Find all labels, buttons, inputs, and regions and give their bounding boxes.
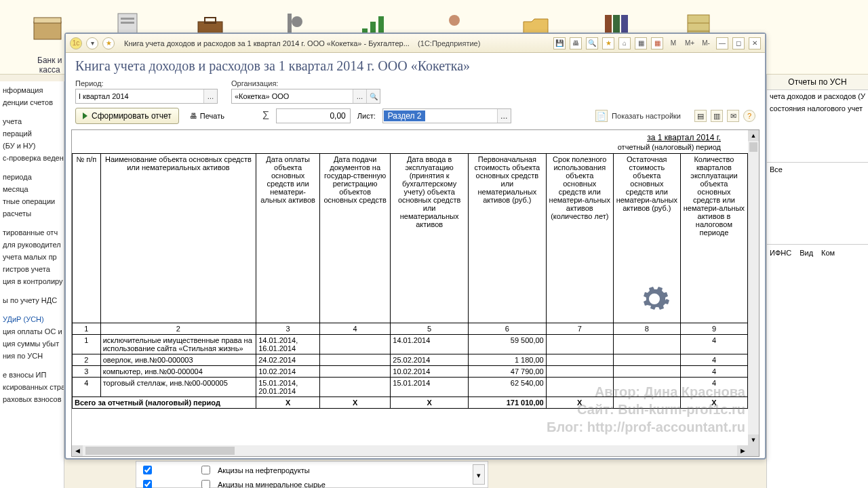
- tab-vid[interactable]: Вид: [800, 249, 813, 257]
- action-bar: Сформировать отчет 🖶 Печать Σ 0,00 Лист:…: [66, 104, 765, 128]
- report-window: 1c ▾ ★ Книга учета доходов и расходов за…: [64, 33, 766, 460]
- tab-ifns[interactable]: ИФНС: [770, 249, 791, 257]
- svg-rect-3: [121, 18, 134, 20]
- right-panel: Отчеты по УСН чета доходов и расходов (У…: [766, 75, 868, 488]
- toolbar-icon-2[interactable]: ▥: [711, 110, 723, 122]
- document-title: Книга учета доходов и расходов за 1 квар…: [66, 53, 765, 77]
- generate-report-label: Сформировать отчет: [92, 111, 172, 121]
- save-icon[interactable]: 💾: [553, 37, 566, 49]
- table-row[interactable]: 2оверлок, инв.№00-00000324.02.201425.02.…: [73, 354, 748, 366]
- svg-point-12: [449, 15, 460, 26]
- dropdown-icon[interactable]: ▾: [86, 37, 98, 49]
- org-label: Организация:: [231, 79, 380, 87]
- sum-display: 0,00: [276, 108, 351, 123]
- app-logo-icon: 1c: [70, 37, 82, 49]
- m-button[interactable]: M: [667, 37, 679, 49]
- star-icon[interactable]: ★: [102, 37, 115, 49]
- gear-icon: [638, 283, 671, 317]
- sheet-selector[interactable]: Раздел 2 …: [382, 108, 511, 123]
- col-header: № п/п: [73, 154, 101, 323]
- checkbox[interactable]: [143, 480, 152, 488]
- scroll-thumb[interactable]: [749, 142, 757, 152]
- scroll-down-button[interactable]: ▼: [748, 434, 759, 445]
- col-header: Наименование объекта основных средств ил…: [100, 154, 256, 323]
- list-item[interactable]: Акцизы на нефтепродукты: [140, 463, 484, 477]
- checkbox[interactable]: [143, 466, 152, 474]
- print-icon: 🖶: [190, 112, 197, 120]
- list-item-label: Акцизы на минеральное сырье: [218, 481, 326, 489]
- sigma-icon: Σ: [262, 110, 269, 122]
- window-titlebar: 1c ▾ ★ Книга учета доходов и расходов за…: [66, 34, 765, 53]
- right-panel-row[interactable]: чета доходов и расходов (У: [767, 90, 868, 102]
- toolbar-icon-3[interactable]: ✉: [727, 110, 739, 122]
- close-button[interactable]: ✕: [749, 37, 761, 49]
- filter-bar: Период: … Организация: … 🔍: [66, 77, 765, 104]
- preview-icon[interactable]: 🔍: [586, 37, 598, 49]
- calendar-icon[interactable]: ▦: [651, 37, 663, 49]
- svg-point-8: [292, 16, 302, 27]
- scroll-up-button[interactable]: ▲: [748, 130, 759, 141]
- table-row[interactable]: 4торговый стеллаж, инв.№00-00000515.01.2…: [73, 378, 748, 397]
- toolbar-icon-1[interactable]: ▤: [694, 110, 707, 122]
- show-settings-link[interactable]: Показать настройки: [612, 112, 681, 120]
- scroll-corner: [748, 445, 759, 456]
- col-header: Дата подачи документов на государ-ственн…: [320, 154, 391, 323]
- report-subtitle: отчетный (налоговый) период: [618, 143, 721, 151]
- right-panel-title: Отчеты по УСН: [767, 75, 868, 90]
- favorite-icon[interactable]: ★: [602, 37, 614, 49]
- period-input[interactable]: …: [75, 89, 218, 104]
- checkbox[interactable]: [201, 466, 210, 474]
- calc-icon[interactable]: ▦: [635, 37, 647, 49]
- scroll-right-button[interactable]: ▶: [737, 445, 748, 456]
- org-input[interactable]: … 🔍: [231, 89, 380, 104]
- print-icon[interactable]: 🖶: [570, 37, 582, 49]
- m-plus-button[interactable]: M+: [684, 37, 696, 49]
- play-icon: [83, 113, 87, 119]
- home-icon[interactable]: ⌂: [618, 37, 631, 49]
- settings-icon[interactable]: 📄: [595, 110, 608, 122]
- list-item[interactable]: Акцизы на минеральное сырье: [140, 477, 484, 488]
- right-panel-all[interactable]: Все: [767, 162, 868, 176]
- table-row[interactable]: 3компьютер, инв.№00-00000410.02.201410.0…: [73, 366, 748, 378]
- report-table: № п/п Наименование объекта основных сред…: [72, 153, 748, 409]
- col-header: Первоначальная стоимость объекта основны…: [469, 154, 547, 323]
- generate-report-button[interactable]: Сформировать отчет: [75, 108, 179, 124]
- report-area: за 1 квартал 2014 г. отчетный (налоговый…: [71, 129, 760, 457]
- org-picker-button[interactable]: …: [353, 89, 366, 103]
- tab-kom[interactable]: Ком: [821, 249, 835, 257]
- sheet-picker-button[interactable]: …: [497, 109, 511, 123]
- report-period: за 1 квартал 2014 г.: [647, 133, 721, 142]
- col-header: Срок полезного использования объекта осн…: [546, 154, 613, 323]
- vertical-scrollbar[interactable]: ▲ ▼: [748, 130, 759, 445]
- left-nav-tree[interactable]: нформация денции счетов учета пераций (Б…: [0, 81, 64, 488]
- bg-icon-label: Банк икасса: [37, 56, 62, 75]
- svg-rect-1: [34, 18, 61, 23]
- col-header: Количество кварталов эксплуатации объект…: [680, 154, 747, 323]
- m-minus-button[interactable]: M-: [700, 37, 712, 49]
- period-picker-button[interactable]: …: [203, 89, 217, 103]
- period-label: Период:: [75, 79, 218, 87]
- background-bottom-panel: Акцизы на нефтепродукты Акцизы на минера…: [136, 461, 488, 488]
- right-panel-tabs: ИФНС Вид Ком: [767, 244, 868, 261]
- org-search-button[interactable]: 🔍: [366, 89, 380, 103]
- table-totals-row: Всего за отчетный (налоговый) период X X…: [73, 397, 748, 409]
- dropdown-button[interactable]: ▾: [473, 464, 485, 485]
- print-button[interactable]: 🖶 Печать: [186, 108, 229, 124]
- sheet-label: Лист:: [357, 112, 376, 120]
- scroll-left-button[interactable]: ◀: [72, 445, 83, 456]
- scroll-thumb[interactable]: [85, 447, 235, 455]
- period-field[interactable]: [76, 89, 203, 103]
- minimize-button[interactable]: —: [716, 37, 728, 49]
- right-panel-row[interactable]: состояния налогового учет: [767, 102, 868, 115]
- list-item-label: Акцизы на нефтепродукты: [218, 466, 310, 474]
- table-row[interactable]: 1исключительные имущественные права на и…: [73, 335, 748, 354]
- org-field[interactable]: [232, 89, 353, 103]
- print-label: Печать: [200, 112, 224, 120]
- table-numrow: 12 34 56 78 9: [73, 323, 748, 335]
- maximize-button[interactable]: ◻: [732, 37, 745, 49]
- window-title: Книга учета доходов и расходов за 1 квар…: [119, 39, 480, 47]
- checkbox[interactable]: [201, 480, 210, 488]
- horizontal-scrollbar[interactable]: ◀ ▶: [72, 445, 759, 456]
- help-icon[interactable]: ?: [743, 110, 755, 122]
- col-header: Дата оплаты объекта основных средств или…: [256, 154, 320, 323]
